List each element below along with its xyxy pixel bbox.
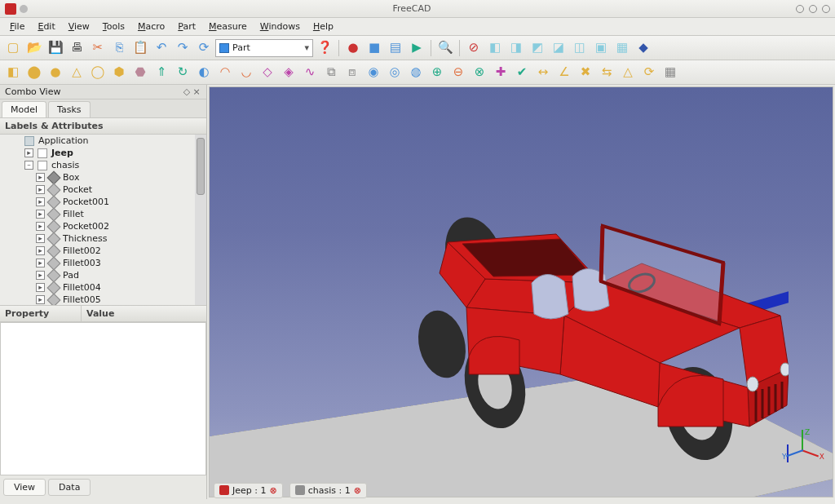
eraser-button[interactable]: ◆ bbox=[634, 38, 653, 58]
compound-button[interactable]: ✚ bbox=[491, 63, 510, 82]
tab-view[interactable]: View bbox=[3, 479, 46, 496]
tree-node-pocket[interactable]: ▸Pocket bbox=[34, 183, 206, 196]
menu-measure[interactable]: Measure bbox=[202, 20, 254, 33]
tree-scrollbar[interactable] bbox=[195, 135, 206, 305]
menu-edit[interactable]: Edit bbox=[31, 20, 61, 33]
macro-list-button[interactable]: ▤ bbox=[386, 38, 405, 58]
revolve-button[interactable]: ↻ bbox=[173, 63, 192, 82]
tree-node-label[interactable]: Box bbox=[61, 172, 81, 183]
tree-node-label[interactable]: Thickness bbox=[61, 233, 108, 244]
tree-expander-icon[interactable]: ▸ bbox=[36, 271, 45, 280]
open-button[interactable]: 📂 bbox=[24, 38, 44, 58]
menu-part[interactable]: Part bbox=[171, 20, 202, 33]
tree-expander-icon[interactable]: – bbox=[24, 161, 33, 170]
fillet-button[interactable]: ◠ bbox=[215, 63, 235, 82]
tree-node-box[interactable]: ▸Box bbox=[34, 171, 206, 183]
macro-run-button[interactable]: ▶ bbox=[407, 38, 426, 58]
tree-node-label[interactable]: Jeep bbox=[50, 148, 75, 158]
undo-button[interactable]: ↶ bbox=[152, 38, 171, 58]
offset-button[interactable]: ⧉ bbox=[321, 63, 341, 82]
measure-refresh-button[interactable]: ⟳ bbox=[639, 63, 659, 82]
tree-node-thickness[interactable]: ▸Thickness bbox=[34, 232, 206, 245]
section-button[interactable]: ⊖ bbox=[448, 63, 468, 82]
print-button[interactable]: 🖶 bbox=[67, 38, 86, 58]
tab-model[interactable]: Model bbox=[2, 101, 46, 117]
tree-node-fillet005[interactable]: ▸Fillet005 bbox=[34, 294, 206, 306]
back-button[interactable]: ◩ bbox=[528, 38, 547, 58]
fuse-button[interactable]: ◍ bbox=[406, 63, 426, 82]
bottom-button[interactable]: ▦ bbox=[612, 38, 632, 58]
drawing-button[interactable]: ▦ bbox=[660, 63, 680, 82]
redo-button[interactable]: ↷ bbox=[173, 38, 192, 58]
tree-expander-icon[interactable]: ▸ bbox=[36, 246, 45, 255]
new-button[interactable]: ▢ bbox=[3, 38, 23, 58]
doc-tab-chasis[interactable]: chasis : 1 ⊗ bbox=[289, 483, 367, 498]
loft-button[interactable]: ◈ bbox=[279, 63, 298, 82]
tree-root-label[interactable]: Application bbox=[37, 135, 90, 146]
check-button[interactable]: ✔ bbox=[512, 63, 532, 82]
tree-node-label[interactable]: Fillet004 bbox=[61, 282, 103, 293]
jeep-model[interactable] bbox=[397, 185, 789, 462]
macro-record-button[interactable]: ● bbox=[343, 38, 363, 58]
menu-view[interactable]: View bbox=[62, 20, 96, 33]
tree-node-label[interactable]: Fillet005 bbox=[61, 294, 103, 305]
panel-close-icon[interactable]: × bbox=[192, 86, 201, 97]
tree-node-pocket002[interactable]: ▸Pocket002 bbox=[34, 220, 206, 232]
paste-button[interactable]: 📋 bbox=[130, 38, 150, 58]
tree-expander-icon[interactable]: ▸ bbox=[36, 197, 45, 206]
tree-node-label[interactable]: Pocket002 bbox=[61, 221, 111, 232]
tree-expander-icon[interactable]: ▸ bbox=[24, 148, 33, 157]
disable-button[interactable]: ⊘ bbox=[464, 38, 484, 58]
tree-node-label[interactable]: Pad bbox=[61, 270, 81, 281]
menu-windows[interactable]: Windows bbox=[254, 20, 307, 33]
tree-node-pocket001[interactable]: ▸Pocket001 bbox=[34, 196, 206, 208]
cross-button[interactable]: ⊗ bbox=[470, 63, 489, 82]
3d-viewport[interactable]: Z X Y bbox=[209, 86, 833, 497]
menu-tools[interactable]: Tools bbox=[96, 20, 131, 33]
tree-expander-icon[interactable]: ▸ bbox=[36, 173, 45, 182]
menu-macro[interactable]: Macro bbox=[131, 20, 171, 33]
menu-file[interactable]: File bbox=[3, 20, 31, 33]
cut-button[interactable]: ◎ bbox=[385, 63, 404, 82]
sphere-button[interactable]: ● bbox=[46, 63, 65, 82]
tree-node-label[interactable]: Fillet002 bbox=[61, 245, 103, 256]
isometric-button[interactable]: ◧ bbox=[485, 38, 505, 58]
maximize-button[interactable] bbox=[809, 5, 817, 13]
common-button[interactable]: ⊕ bbox=[427, 63, 447, 82]
measure-clear-button[interactable]: ✖ bbox=[576, 63, 595, 82]
thickness-button[interactable]: ⧈ bbox=[342, 63, 362, 82]
tree-node-chasis[interactable]: –chasis bbox=[23, 159, 206, 171]
tree-node-label[interactable]: Pocket bbox=[61, 184, 94, 195]
tree-node-fillet[interactable]: ▸Fillet bbox=[34, 208, 206, 220]
close-icon[interactable]: ⊗ bbox=[269, 485, 276, 496]
tab-data[interactable]: Data bbox=[48, 479, 91, 496]
window-menu-icon[interactable] bbox=[20, 5, 28, 13]
builder-button[interactable]: ⬣ bbox=[130, 63, 150, 82]
cylinder-button[interactable]: ⬤ bbox=[24, 63, 44, 82]
doc-tab-jeep[interactable]: Jeep : 1 ⊗ bbox=[214, 483, 283, 498]
box-button[interactable]: ◧ bbox=[3, 63, 23, 82]
boolean-button[interactable]: ◉ bbox=[364, 63, 383, 82]
tree-node-pad[interactable]: ▸Pad bbox=[34, 269, 206, 281]
measure-toggle-button[interactable]: ⇆ bbox=[597, 63, 616, 82]
copy-button[interactable]: ⎘ bbox=[109, 38, 129, 58]
measure-lin-button[interactable]: ↔ bbox=[533, 63, 553, 82]
model-tree[interactable]: Application▸Jeep–chasis▸Box▸Pocket▸Pocke… bbox=[0, 135, 206, 306]
zoom-fit-button[interactable]: 🔍 bbox=[435, 38, 455, 58]
extrude-button[interactable]: ⇑ bbox=[152, 63, 171, 82]
chamfer-button[interactable]: ◡ bbox=[236, 63, 256, 82]
tree-node-jeep[interactable]: ▸Jeep bbox=[23, 147, 206, 159]
measure-ang-button[interactable]: ∠ bbox=[554, 63, 574, 82]
panel-float-icon[interactable]: ◇ bbox=[182, 86, 192, 97]
macro-stop-button[interactable]: ■ bbox=[364, 38, 384, 58]
tree-expander-icon[interactable]: ▸ bbox=[36, 222, 45, 231]
torus-button[interactable]: ◯ bbox=[88, 63, 108, 82]
tree-node-fillet004[interactable]: ▸Fillet004 bbox=[34, 281, 206, 294]
save-button[interactable]: 💾 bbox=[46, 38, 65, 58]
primitives-button[interactable]: ⬢ bbox=[109, 63, 129, 82]
tree-expander-icon[interactable]: ▸ bbox=[36, 259, 45, 267]
workbench-selector[interactable]: Part▾ bbox=[215, 39, 313, 57]
right-button[interactable]: ◪ bbox=[549, 38, 568, 58]
sweep-button[interactable]: ∿ bbox=[300, 63, 320, 82]
tree-node-label[interactable]: Fillet bbox=[61, 209, 86, 219]
